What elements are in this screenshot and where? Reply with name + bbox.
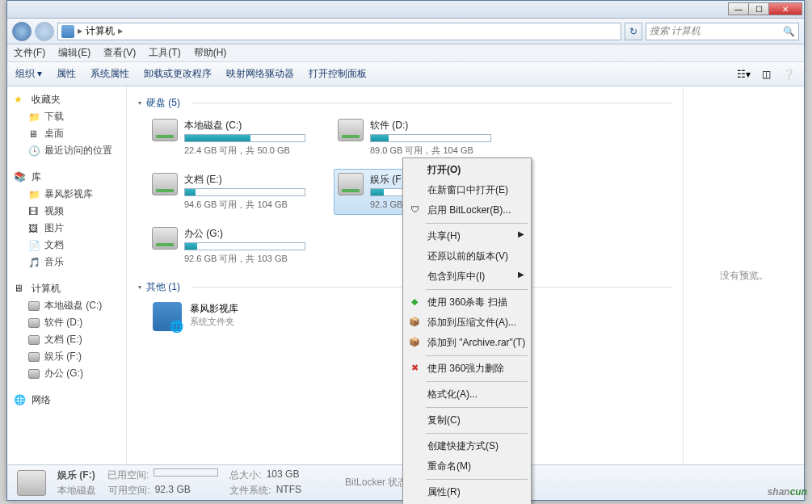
preview-empty-text: 没有预览。 [720,269,768,283]
cm-open[interactable]: 打开(O) [405,160,529,180]
drive-icon [152,173,178,195]
drive-name: 文档 (E:) [184,173,305,187]
cm-format[interactable]: 格式化(A)... [405,384,529,405]
menu-help[interactable]: 帮助(H) [194,46,227,60]
drive-icon [28,301,40,311]
sidebar-computer[interactable]: 🖥计算机 [7,280,126,297]
cm-shortcut[interactable]: 创建快捷方式(S) [405,436,529,456]
menu-file[interactable]: 文件(F) [14,46,45,60]
cm-copy[interactable]: 复制(C) [405,410,529,430]
breadcrumb[interactable]: ▶ 计算机 ▶ [57,23,621,40]
document-icon: 📄 [28,240,40,251]
sidebar-item-video[interactable]: 🎞视频 [7,203,126,220]
menubar: 文件(F) 编辑(E) 查看(V) 工具(T) 帮助(H) [7,44,804,62]
drive-item[interactable]: 办公 (G:) 92.6 GB 可用，共 103 GB [148,223,309,269]
sidebar-item-downloads[interactable]: 📁下载 [7,108,126,125]
drive-item[interactable]: 文档 (E:) 94.6 GB 可用，共 104 GB [148,169,309,215]
music-icon: 🎵 [28,257,40,268]
menu-view[interactable]: 查看(V) [103,46,136,60]
sidebar-item-recent[interactable]: 🕓最近访问的位置 [7,142,126,159]
preview-pane-icon[interactable]: ◫ [759,67,773,82]
context-menu: 打开(O) 在新窗口中打开(E) 🛡启用 BitLocker(B)... 共享(… [402,158,532,504]
cm-separator [426,355,528,356]
system-properties-button[interactable]: 系统属性 [90,67,129,81]
sidebar-item-drive-c[interactable]: 本地磁盘 (C:) [7,297,126,314]
sidebar-network[interactable]: 🌐网络 [7,392,126,409]
shield-icon: ◆ [408,295,421,308]
cm-separator [426,433,528,434]
sidebar-item-desktop[interactable]: 🖥桌面 [7,125,126,142]
drive-stat: 92.6 GB 可用，共 103 GB [184,253,305,265]
breadcrumb-item[interactable]: 计算机 [86,24,115,38]
sidebar-item-drive-g[interactable]: 办公 (G:) [7,365,126,382]
refresh-button[interactable]: ↻ [625,23,642,40]
search-placeholder: 搜索 计算机 [650,24,701,38]
sidebar-item-drive-f[interactable]: 娱乐 (F:) [7,348,126,365]
forward-button[interactable] [35,22,54,41]
cm-360-scan[interactable]: ◆使用 360杀毒 扫描 [405,292,529,313]
drive-icon [17,470,46,496]
drive-usage-bar [184,242,305,250]
maximize-button[interactable]: ☐ [748,2,769,15]
sidebar-item-stormlib[interactable]: 📁暴风影视库 [7,186,126,203]
preview-pane: 没有预览。 [683,86,804,464]
cm-rename[interactable]: 重命名(M) [405,456,529,477]
properties-button[interactable]: 属性 [57,67,76,81]
sidebar-libraries[interactable]: 📚库 [7,169,126,186]
watermark: shancun [768,482,807,499]
drive-item[interactable]: 本地磁盘 (C:) 22.4 GB 可用，共 50.0 GB [148,115,309,161]
desktop-icon: 🖥 [28,128,40,140]
cm-restore[interactable]: 还原以前的版本(V) [405,246,529,267]
computer-icon [61,25,74,38]
drive-usage-bar [370,134,491,142]
back-button[interactable] [12,22,32,41]
drive-icon [28,352,40,362]
help-icon[interactable]: ❔ [781,67,796,82]
sidebar-favorites[interactable]: ★收藏夹 [7,91,126,108]
cm-separator [426,479,528,480]
sidebar-item-drive-d[interactable]: 软件 (D:) [7,314,126,331]
cm-separator [426,289,528,290]
view-mode-icon[interactable]: ☷▾ [736,67,751,82]
group-header-disks[interactable]: ▾硬盘 (5) [138,96,671,110]
sidebar-item-music[interactable]: 🎵音乐 [7,254,126,271]
chevron-right-icon: ▶ [518,270,524,279]
close-button[interactable]: ✕ [768,2,802,15]
cm-new-window[interactable]: 在新窗口中打开(E) [405,180,529,200]
control-panel-button[interactable]: 打开控制面板 [309,67,367,81]
cm-properties[interactable]: 属性(R) [405,482,529,502]
drive-icon [152,227,178,250]
status-total: 103 GB [267,468,300,482]
breadcrumb-sep-icon: ▶ [118,27,123,35]
drive-name: 办公 (G:) [184,227,305,241]
sidebar-item-pictures[interactable]: 🖼图片 [7,220,126,237]
organize-button[interactable]: 组织 ▾ [15,67,42,81]
sidebar: ★收藏夹 📁下载 🖥桌面 🕓最近访问的位置 📚库 📁暴风影视库 🎞视频 🖼图片 … [7,86,127,464]
cm-bitlocker[interactable]: 🛡启用 BitLocker(B)... [405,200,529,220]
cm-add-rar[interactable]: 📦添加到压缩文件(A)... [405,313,529,333]
toolbar: 组织 ▾ 属性 系统属性 卸载或更改程序 映射网络驱动器 打开控制面板 ☷▾ ◫… [7,62,804,86]
cm-include-library[interactable]: 包含到库中(I)▶ [405,267,529,287]
cm-separator [426,223,528,224]
collapse-icon: ▾ [138,99,141,107]
uninstall-button[interactable]: 卸载或更改程序 [144,67,212,81]
archive-icon: 📦 [408,315,421,328]
minimize-button[interactable]: — [728,2,749,15]
menu-edit[interactable]: 编辑(E) [58,46,90,60]
map-drive-button[interactable]: 映射网络驱动器 [226,67,294,81]
star-icon: ★ [14,94,27,107]
drive-item[interactable]: 软件 (D:) 89.0 GB 可用，共 104 GB [334,115,495,161]
sidebar-item-drive-e[interactable]: 文档 (E:) [7,331,126,348]
search-input[interactable]: 搜索 计算机 🔍 [646,23,799,40]
titlebar[interactable]: — ☐ ✕ [7,1,804,19]
menu-tools[interactable]: 工具(T) [149,46,180,60]
cm-separator [426,407,528,408]
search-icon[interactable]: 🔍 [783,26,795,37]
cm-add-archive[interactable]: 📦添加到 "Archive.rar"(T) [405,333,529,353]
drive-stat: 94.6 GB 可用，共 104 GB [184,199,305,211]
cm-360-delete[interactable]: ✖使用 360强力删除 [405,359,529,379]
video-icon: 🎞 [28,206,40,217]
sidebar-item-documents[interactable]: 📄文档 [7,237,126,254]
folder-icon: 📁 [28,189,40,200]
cm-share[interactable]: 共享(H)▶ [405,226,529,246]
